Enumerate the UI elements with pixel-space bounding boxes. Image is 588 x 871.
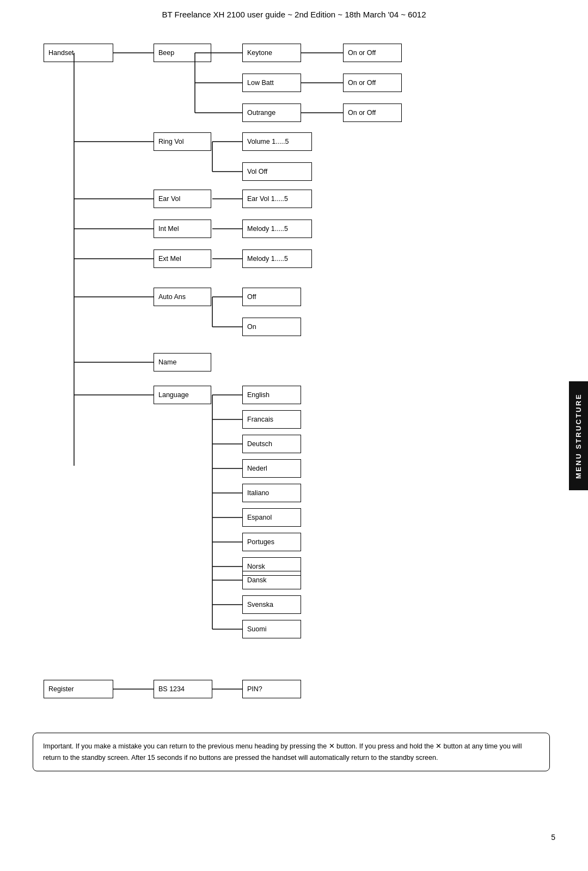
outrange-node: Outrange	[242, 103, 301, 122]
auto-on-node: On	[242, 318, 301, 336]
nederl-node: Nederl	[242, 459, 301, 478]
suomi-node: Suomi	[242, 620, 301, 638]
volume-node: Volume 1.....5	[242, 132, 312, 151]
english-node: English	[242, 386, 301, 404]
ext-mel-val-node: Melody 1.....5	[242, 249, 312, 268]
handset-node: Handset	[44, 44, 113, 62]
lowbatt-val-node: On or Off	[343, 74, 402, 92]
register-node: Register	[44, 680, 113, 698]
dansk-node: Dansk	[242, 571, 301, 589]
page-number: 5	[551, 833, 555, 842]
ring-vol-node: Ring Vol	[154, 132, 211, 151]
ear-vol-val-node: Ear Vol 1.....5	[242, 190, 312, 208]
sidebar-menu-structure: MENU STRUCTURE	[569, 381, 588, 490]
keytone-val-node: On or Off	[343, 44, 402, 62]
bs1234-node: BS 1234	[154, 680, 212, 698]
int-mel-node: Int Mel	[154, 220, 211, 238]
francais-node: Francais	[242, 410, 301, 429]
page-title-2: BT Freelance XH 2100 user guide ~ 2nd Ed…	[0, 0, 588, 25]
keytone-node: Keytone	[242, 44, 301, 62]
language-node: Language	[154, 386, 211, 404]
ear-vol-node: Ear Vol	[154, 190, 211, 208]
ext-mel-node: Ext Mel	[154, 249, 211, 268]
portuges-node: Portuges	[242, 533, 301, 551]
italiano-node: Italiano	[242, 484, 301, 502]
deutsch-node: Deutsch	[242, 435, 301, 453]
auto-off-node: Off	[242, 288, 301, 306]
important-box: Important. If you make a mistake you can…	[33, 733, 550, 771]
vol-off-node: Vol Off	[242, 162, 312, 181]
auto-ans-node: Auto Ans	[154, 288, 211, 306]
espanol-node: Espanol	[242, 508, 301, 527]
beep-node: Beep	[154, 44, 211, 62]
outrange-val-node: On or Off	[343, 103, 402, 122]
name-node: Name	[154, 353, 211, 371]
int-mel-val-node: Melody 1.....5	[242, 220, 312, 238]
low-batt-node: Low Batt	[242, 74, 301, 92]
svenska-node: Svenska	[242, 595, 301, 614]
pin-node: PIN?	[242, 680, 301, 698]
